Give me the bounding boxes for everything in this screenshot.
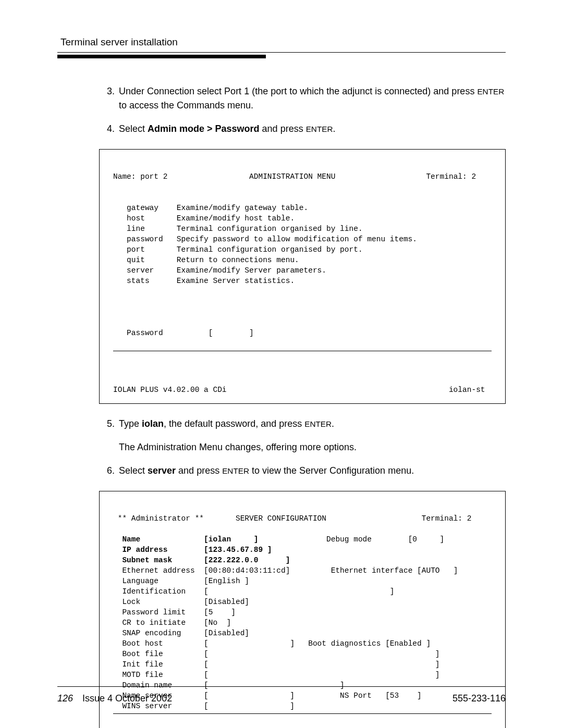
cmd: gateway <box>127 204 163 212</box>
label: Init file <box>122 660 163 669</box>
desc: Specify password to allow modification o… <box>177 235 417 243</box>
cmd: quit <box>127 256 163 264</box>
label: IP address <box>122 546 167 554</box>
config-row: IP address [123.45.67.89 ] <box>113 546 272 554</box>
step-number: 3. <box>104 84 119 113</box>
label: Boot host <box>122 639 163 648</box>
cmd: stats <box>127 277 163 285</box>
desc: Examine Server statistics. <box>177 277 295 285</box>
text: and press <box>176 465 222 476</box>
menu-item: stats Examine Server statistics. <box>113 277 295 285</box>
page-footer: 126 Issue 4 October 2002 555-233-116 <box>57 686 506 704</box>
label: Identification <box>122 587 186 596</box>
term-name: Name: port 2 <box>113 172 167 181</box>
document-page: Terminal server installation 3. Under Co… <box>0 0 563 728</box>
term-title: SERVER CONFIGURATION <box>236 514 326 523</box>
bold-text: server <box>148 465 176 476</box>
term-terminal: Terminal: 2 <box>426 172 476 181</box>
header-rule <box>57 52 506 53</box>
value: [00:80:d4:03:11:cd] <box>204 566 290 575</box>
field: [ ] <box>209 329 254 337</box>
text: Select <box>119 124 148 134</box>
menu-item: quit Return to connections menu. <box>113 256 299 264</box>
step-text: Select Admin mode > Password and press E… <box>119 122 336 136</box>
label2: Boot diagnostics <box>308 639 381 648</box>
header-black-bar <box>57 55 266 58</box>
label2: Debug mode <box>326 535 372 544</box>
step-3: 3. Under Connection select Port 1 (the p… <box>104 84 506 113</box>
terminal-header: ** Administrator ** SERVER CONFIGURATION… <box>113 514 471 523</box>
label: MOTD file <box>122 671 163 679</box>
terminal-rule <box>113 351 492 351</box>
config-row: Lock [Disabled] <box>113 598 249 606</box>
text: , the default password, and press <box>164 418 304 429</box>
issue-info: Issue 4 October 2002 <box>82 693 172 704</box>
desc: Examine/modify Server parameters. <box>177 266 326 275</box>
password-prompt: Password [ ] <box>113 329 254 337</box>
step-text: Under Connection select Port 1 (the port… <box>119 84 506 113</box>
enter-key: ENTER <box>477 87 504 96</box>
footer-left: IOLAN PLUS v4.02.00 a CDi <box>113 386 227 394</box>
terminal-header: Name: port 2 ADMINISTRATION MENU Termina… <box>113 172 476 181</box>
page-number: 126 <box>57 693 73 704</box>
menu-item: server Examine/modify Server parameters. <box>113 266 326 275</box>
value: [ ] <box>204 671 439 679</box>
content-area: 3. Under Connection select Port 1 (the p… <box>57 58 506 728</box>
config-row: Init file [ ] <box>113 660 440 669</box>
menu-item: line Terminal configuration organised by… <box>113 225 363 233</box>
value: [English ] <box>204 577 249 585</box>
label: Ethernet address <box>122 566 194 575</box>
doc-number: 555-233-116 <box>452 693 506 704</box>
bold-text: iolan <box>142 418 164 429</box>
value: [iolan ] <box>204 535 258 544</box>
menu-item: gateway Examine/modify gateway table. <box>113 204 308 212</box>
desc: Terminal configuration organised by port… <box>177 245 363 254</box>
text: . <box>332 418 334 429</box>
value: [Disabled] <box>204 598 249 606</box>
value: [Disabled] <box>204 629 249 637</box>
step-text: Select server and press ENTER to view th… <box>119 464 414 478</box>
value2: [Enabled ] <box>385 639 431 648</box>
cmd: port <box>127 245 163 254</box>
menu-item: host Examine/modify host table. <box>113 214 295 223</box>
label: SNAP encoding <box>122 629 181 637</box>
step-number: 4. <box>104 122 119 136</box>
value: [No ] <box>204 619 231 627</box>
term-left: ** Administrator ** <box>118 514 204 523</box>
label: Password limit <box>122 608 186 616</box>
enter-key: ENTER <box>304 419 332 428</box>
step-6: 6. Select server and press ENTER to view… <box>104 464 506 478</box>
label: Password <box>127 329 163 337</box>
label: Name <box>122 535 140 544</box>
step-5-sub: The Administration Menu changes, offerin… <box>104 440 506 454</box>
config-row: Boot file [ ] <box>113 650 440 658</box>
label: CR to initiate <box>122 619 186 627</box>
page-header-title: Terminal server installation <box>57 36 506 48</box>
value: [5 ] <box>204 608 236 616</box>
config-row: SNAP encoding [Disabled] <box>113 629 249 637</box>
step-text: Type iolan, the default password, and pr… <box>119 417 334 431</box>
step-number: 5. <box>104 417 119 431</box>
footer-left: 126 Issue 4 October 2002 <box>57 693 172 704</box>
value: [ ] <box>204 639 295 648</box>
value: [123.45.67.89 ] <box>204 546 272 554</box>
label: Subnet mask <box>122 556 172 564</box>
value2: [AUTO ] <box>417 566 458 575</box>
value: [222.222.0.0 ] <box>204 556 290 564</box>
text: . <box>333 124 336 134</box>
label: Lock <box>122 598 140 606</box>
value: [ ] <box>204 587 394 596</box>
terminal-rule <box>113 713 492 714</box>
cmd: server <box>127 266 163 275</box>
term-right: Terminal: 2 <box>422 514 472 523</box>
label: Language <box>122 577 158 585</box>
terminal-footer: IOLAN PLUS v4.02.00 a CDi iolan-st <box>113 386 485 394</box>
label2: Ethernet interface <box>331 566 413 575</box>
term-title: ADMINISTRATION MENU <box>249 172 335 181</box>
cmd: host <box>127 214 163 223</box>
text: Type <box>119 418 142 429</box>
footer-right: iolan-st <box>449 386 485 394</box>
step-4: 4. Select Admin mode > Password and pres… <box>104 122 506 136</box>
value2: [0 ] <box>408 535 445 544</box>
text: to access the Commands menu. <box>119 100 253 110</box>
